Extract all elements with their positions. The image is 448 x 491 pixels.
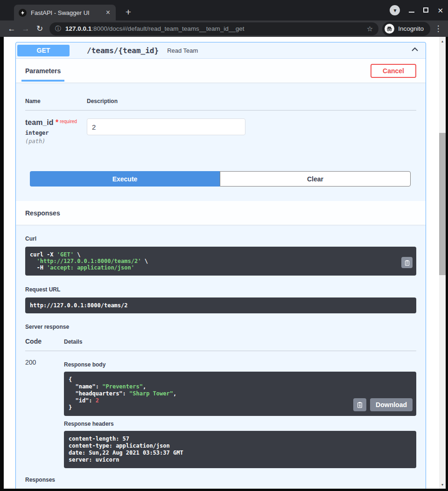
column-name: Name	[25, 98, 87, 104]
copy-response-button[interactable]	[353, 398, 366, 411]
incognito-badge: Incognito	[382, 22, 430, 36]
reload-button[interactable]: ↻	[33, 24, 47, 34]
site-info-icon[interactable]: ⓘ	[55, 25, 61, 33]
clipboard-icon	[404, 260, 410, 266]
kebab-menu-button[interactable]: ⋮	[433, 24, 443, 34]
responses-table-label: Responses	[25, 477, 416, 483]
back-button[interactable]: ←	[5, 24, 19, 34]
status-code: 200	[25, 359, 64, 468]
minimize-button[interactable]	[409, 6, 414, 14]
method-badge: GET	[17, 45, 70, 56]
endpoint-summary: Read Team	[167, 47, 410, 54]
request-url-value: http://127.0.0.1:8000/teams/2	[25, 297, 416, 313]
collapse-chevron-icon[interactable]	[410, 45, 420, 56]
fastapi-favicon-icon	[19, 9, 27, 17]
responses-header: Responses	[16, 201, 426, 225]
response-headers-label: Response headers	[64, 421, 416, 427]
url-path: :8000/docs#/default/read_team_teams__tea…	[91, 25, 244, 32]
scrollbar-thumb[interactable]	[439, 133, 446, 275]
curl-command: curl -X 'GET' \ 'http://127.0.0.1:8000/t…	[25, 247, 416, 276]
incognito-label: Incognito	[398, 25, 424, 32]
responses-section: Curl curl -X 'GET' \ 'http://127.0.0.1:8…	[16, 225, 426, 489]
browser-window: FastAPI - Swagger UI × + ▼ ✕ ← → ↻ ⓘ 127…	[0, 0, 448, 491]
responses-title: Responses	[25, 209, 60, 217]
swagger-ui: GET /teams/{team_id} Read Team Parameter…	[15, 42, 426, 489]
url-bar[interactable]: ⓘ 127.0.0.1:8000/docs#/default/read_team…	[49, 22, 378, 35]
response-body-actions: Download	[353, 398, 413, 411]
download-button[interactable]: Download	[370, 398, 413, 411]
maximize-icon	[423, 7, 428, 13]
request-url-label: Request URL	[25, 286, 416, 293]
url-host: 127.0.0.1	[65, 25, 91, 32]
browser-tab[interactable]: FastAPI - Swagger UI ×	[14, 5, 116, 21]
column-description: Description	[87, 98, 416, 104]
caret-down-button[interactable]: ▼	[390, 5, 400, 15]
code-column-header: Code	[25, 338, 64, 345]
response-details: Response body { "name": "Preventers", "h…	[64, 359, 416, 468]
copy-curl-button[interactable]	[401, 257, 413, 268]
scroll-down-icon[interactable]: ▼	[439, 481, 446, 488]
window-close-button[interactable]: ✕	[437, 7, 443, 14]
opblock-summary[interactable]: GET /teams/{team_id} Read Team	[16, 42, 426, 59]
required-asterisk: *	[53, 118, 58, 126]
tab-parameters[interactable]: Parameters	[25, 67, 61, 75]
incognito-icon	[385, 24, 394, 34]
details-column-header: Details	[64, 339, 416, 345]
browser-toolbar: ← → ↻ ⓘ 127.0.0.1:8000/docs#/default/rea…	[0, 21, 448, 37]
clear-button[interactable]: Clear	[220, 171, 411, 187]
responses-table-header: Code Description Links	[25, 483, 416, 489]
parameter-row: team_id *required integer (path)	[25, 111, 416, 145]
parameter-name-cell: team_id *required integer (path)	[25, 118, 87, 145]
new-tab-button[interactable]: +	[122, 7, 134, 18]
page-scrollbar[interactable]: ▲ ▼	[439, 37, 446, 489]
tab-close-icon[interactable]: ×	[105, 9, 111, 16]
parameter-type: integer	[25, 130, 87, 136]
parameter-location: (path)	[25, 138, 87, 145]
parameter-name: team_id *required	[25, 118, 87, 127]
minimize-icon	[409, 12, 414, 13]
url-text: 127.0.0.1:8000/docs#/default/read_team_t…	[65, 25, 363, 32]
forward-button[interactable]: →	[19, 24, 33, 34]
server-response-table-header: Code Details	[25, 330, 416, 351]
bookmark-star-icon[interactable]: ☆	[367, 25, 373, 33]
parameters-table-header: Name Description	[25, 98, 416, 111]
team-id-input[interactable]	[87, 118, 245, 135]
server-response-label: Server response	[25, 324, 416, 330]
clipboard-arrow-icon	[357, 401, 363, 408]
execute-button[interactable]: Execute	[30, 171, 220, 187]
page-viewport: GET /teams/{team_id} Read Team Parameter…	[4, 37, 446, 489]
endpoint-path: /teams/{team_id}	[87, 46, 159, 55]
active-tab-underline	[21, 80, 64, 82]
tab-title: FastAPI - Swagger UI	[31, 9, 105, 16]
maximize-button[interactable]	[423, 6, 428, 14]
server-response-row: 200 Response body { "name": "Preventers"…	[25, 351, 416, 468]
tab-bar: FastAPI - Swagger UI × + ▼ ✕	[0, 0, 448, 21]
curl-label: Curl	[25, 235, 416, 242]
parameter-value-cell	[87, 118, 416, 145]
parameters-section: Name Description team_id *required integ…	[16, 83, 426, 145]
required-label: required	[60, 119, 77, 124]
cancel-button[interactable]: Cancel	[371, 64, 416, 78]
parameters-header: Parameters Cancel	[16, 59, 426, 83]
window-controls: ▼ ✕	[390, 5, 443, 15]
response-body-label: Response body	[64, 361, 416, 368]
opblock-get: GET /teams/{team_id} Read Team Parameter…	[15, 42, 426, 489]
scroll-up-icon[interactable]: ▲	[439, 38, 446, 44]
execute-row: Execute Clear	[16, 145, 426, 201]
response-headers: content-length: 57 content-type: applica…	[64, 431, 416, 468]
